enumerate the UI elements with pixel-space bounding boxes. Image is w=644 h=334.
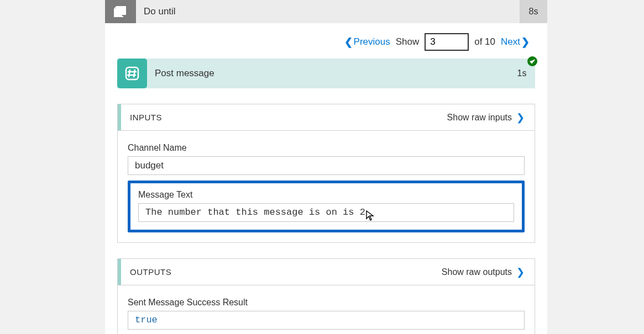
inputs-title: INPUTS — [127, 113, 162, 122]
show-label: Show — [396, 36, 420, 47]
chevron-left-icon: ❮ — [344, 36, 353, 48]
chevron-right-icon: ❯ — [516, 112, 525, 124]
message-text-highlight: Message Text The number that this messag… — [128, 181, 525, 232]
message-text-label: Message Text — [138, 190, 514, 200]
chevron-right-icon: ❯ — [516, 266, 525, 278]
previous-button[interactable]: ❮ Previous — [344, 36, 390, 48]
inputs-header: INPUTS Show raw inputs ❯ — [118, 104, 535, 131]
svg-rect-0 — [126, 67, 138, 79]
do-until-header[interactable]: Do until 8s — [105, 0, 547, 23]
success-result-label: Sent Message Success Result — [128, 298, 525, 308]
run-details-panel: Do until 8s ❮ Previous Show of 10 Next ❯ — [105, 0, 547, 334]
iteration-pager: ❮ Previous Show of 10 Next ❯ — [105, 23, 547, 59]
show-raw-inputs-label: Show raw inputs — [447, 113, 512, 123]
post-message-duration: 1s — [509, 68, 535, 78]
outputs-card: OUTPUTS Show raw outputs ❯ Sent Message … — [117, 258, 535, 334]
do-until-icon — [113, 6, 128, 18]
channel-name-label: Channel Name — [128, 143, 525, 153]
next-button[interactable]: Next ❯ — [501, 36, 530, 48]
iteration-input[interactable] — [425, 33, 469, 51]
post-message-icon-box — [117, 59, 147, 88]
show-raw-inputs-link[interactable]: Show raw inputs ❯ — [447, 112, 525, 124]
svg-line-1 — [129, 70, 130, 77]
do-until-icon-box — [105, 0, 136, 23]
channel-name-value[interactable]: budget — [128, 156, 525, 175]
outputs-title: OUTPUTS — [127, 267, 171, 277]
hash-icon — [124, 66, 140, 81]
success-result-field: Sent Message Success Result true — [128, 298, 525, 330]
show-raw-outputs-link[interactable]: Show raw outputs ❯ — [442, 266, 525, 278]
message-text-value[interactable]: The number that this message is on is 2 — [138, 203, 514, 222]
svg-line-2 — [134, 70, 135, 77]
previous-label: Previous — [354, 36, 390, 47]
show-raw-outputs-label: Show raw outputs — [442, 267, 512, 277]
chevron-right-icon: ❯ — [521, 36, 530, 48]
message-text-field: Message Text The number that this messag… — [138, 190, 514, 222]
step-card: Post message 1s — [117, 59, 535, 88]
outputs-header: OUTPUTS Show raw outputs ❯ — [118, 259, 535, 285]
channel-name-field: Channel Name budget — [128, 143, 525, 175]
next-label: Next — [501, 36, 520, 47]
do-until-duration: 8s — [520, 0, 547, 23]
post-message-title: Post message — [147, 68, 509, 79]
inputs-card: INPUTS Show raw inputs ❯ Channel Name bu… — [117, 104, 535, 243]
page-total-label: of 10 — [474, 36, 495, 47]
post-message-header[interactable]: Post message 1s — [117, 59, 535, 88]
do-until-title: Do until — [136, 6, 520, 17]
success-badge — [527, 56, 537, 66]
success-result-value[interactable]: true — [128, 311, 525, 330]
